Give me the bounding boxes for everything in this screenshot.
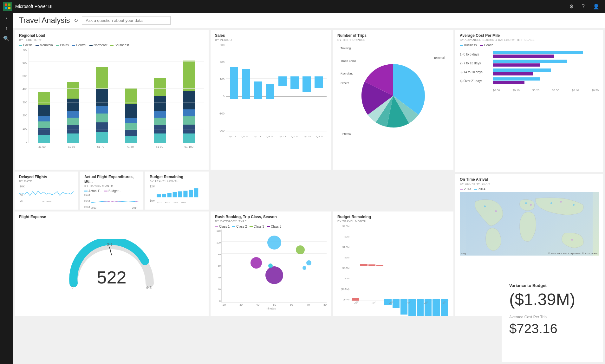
budget-remaining-big-subtitle: BY TRAVEL MONTH <box>337 220 449 223</box>
gauge-value: 522 <box>97 269 126 286</box>
legend-business: Business <box>460 43 477 47</box>
home-icon[interactable]: ↑ <box>5 25 8 31</box>
regional-load-card: Regional Load BY TERRITORY Pacific Mount… <box>15 30 209 170</box>
avg-cost-card: Average Cost Per Mile BY ADVANCED BOOKIN… <box>455 30 603 172</box>
settings-icon[interactable]: ⚙ <box>569 3 574 10</box>
regional-load-legend: Pacific Mountain Plains Central Northeas… <box>19 43 204 47</box>
on-time-title: On Time Arrival <box>460 177 599 182</box>
avg-cost-title: Average Cost Per Mile <box>460 33 599 38</box>
flight-expense-title: Flight Expense <box>19 215 204 219</box>
svg-point-11 <box>573 204 575 206</box>
svg-point-12 <box>571 239 573 241</box>
gauge-min: 0 <box>72 286 74 289</box>
svg-rect-19 <box>189 190 193 197</box>
delayed-flights-title: Delayed Flights <box>19 175 74 179</box>
budget-remaining-big-title: Budget Remaining <box>337 215 449 219</box>
budget-remaining-small-subtitle: BY TRAVEL MONTH <box>150 180 204 183</box>
legend-northeast: Northeast <box>89 43 107 47</box>
svg-point-8 <box>530 204 532 206</box>
bubble-7 <box>268 263 273 268</box>
svg-rect-16 <box>173 192 177 197</box>
profile-icon[interactable]: 👤 <box>593 3 599 10</box>
legend-pacific: Pacific <box>19 43 32 47</box>
hbar-7to13: 2) 7 to 13 days <box>460 60 599 67</box>
legend-southeast: Southeast <box>110 43 129 47</box>
sidebar: › ↑ 🔍 <box>0 13 13 364</box>
bubble-1 <box>267 236 281 250</box>
map-svg <box>460 192 599 256</box>
hbar-0to6: 1) 0 to 6 days <box>460 51 599 58</box>
help-icon[interactable]: ? <box>582 3 585 9</box>
svg-rect-3 <box>8 7 10 9</box>
search-sidebar-icon[interactable]: 🔍 <box>3 36 10 42</box>
actual-flight-card: Actual Flight Expenditures, Bu... BY TRA… <box>80 172 143 210</box>
svg-point-5 <box>484 205 486 207</box>
topbar: Microsoft Power BI ⚙ ? 👤 <box>0 0 605 13</box>
rush-booking-title: Rush Booking, Trip Class, Season <box>215 215 327 219</box>
regional-load-subtitle: BY TERRITORY <box>19 38 204 42</box>
legend-2014: 2014 <box>474 187 485 191</box>
main-content: Travel Analysis ↻ Regional Load BY TERRI… <box>13 13 605 364</box>
legend-central: Central <box>72 43 86 47</box>
svg-point-6 <box>495 210 497 212</box>
sales-title: Sales <box>215 33 327 38</box>
page-title: Travel Analysis <box>19 16 70 25</box>
num-trips-card: Number of Trips BY TRIP PURPOSE <box>333 30 453 170</box>
svg-rect-18 <box>183 191 187 198</box>
delayed-flights-card: Delayed Flights BY DATE 10K 5K 0K Ja <box>15 172 78 210</box>
legend-mountain: Mountain <box>36 43 53 47</box>
hbar-14to20: 3) 14 to 20 days <box>460 68 599 75</box>
rush-booking-subtitle: BY CATEGORY, TYPE <box>215 220 327 223</box>
svg-point-7 <box>525 202 527 204</box>
bubble-2 <box>296 245 305 254</box>
rush-booking-card: Rush Booking, Trip Class, Season BY CATE… <box>211 211 331 316</box>
delayed-flights-subtitle: BY DATE <box>19 180 74 183</box>
svg-rect-14 <box>162 194 166 197</box>
map: bing © 2014 Microsoft Corporation © 2014… <box>460 192 599 256</box>
ms-credit: © 2014 Microsoft Corporation © 2014 Noki… <box>548 252 597 255</box>
actual-flight-title: Actual Flight Expenditures, Bu... <box>84 175 139 184</box>
svg-rect-1 <box>8 3 10 6</box>
svg-rect-15 <box>167 193 172 197</box>
avg-cost-subtitle: BY ADVANCED BOOKING CATEGORY, TRIP CLASS <box>460 38 599 42</box>
pie-chart <box>352 55 434 137</box>
actual-flight-subtitle: BY TRAVEL MONTH <box>84 184 139 187</box>
budget-small-bars <box>157 185 204 202</box>
num-trips-subtitle: BY TRIP PURPOSE <box>337 38 449 42</box>
page-header: Travel Analysis ↻ <box>13 13 605 28</box>
variance-card: Variance to Budget ($1.39M) Average Cost… <box>502 257 603 362</box>
svg-rect-2 <box>5 7 7 9</box>
on-time-subtitle: BY COUNTRY, YEAR <box>460 182 599 185</box>
gauge-max: 645 <box>146 286 152 289</box>
svg-text:345: 345 <box>107 243 113 246</box>
sales-card: Sales BY PERIOD 300 200 100 0 -100 -200 <box>211 30 331 170</box>
flight-expense-card: Flight Expense 345 522 <box>15 211 209 316</box>
legend-2013: 2013 <box>460 187 471 191</box>
variance-value: ($1.39M) <box>509 290 595 309</box>
bubble-5 <box>306 260 311 265</box>
app-name: Microsoft Power BI <box>15 4 52 9</box>
bubble-6 <box>302 266 306 270</box>
refresh-icon[interactable]: ↻ <box>74 17 78 23</box>
bubble-4 <box>265 266 283 284</box>
svg-rect-13 <box>157 194 161 197</box>
sales-subtitle: BY PERIOD <box>215 38 327 42</box>
svg-rect-0 <box>5 3 7 6</box>
budget-remaining-small-title: Budget Remaining <box>150 175 204 179</box>
qa-input[interactable] <box>82 16 171 25</box>
avg-cost-label: Average Cost Per Trip <box>509 315 595 319</box>
expand-icon[interactable]: › <box>5 15 7 21</box>
bing-credit: bing <box>461 252 466 255</box>
svg-point-10 <box>560 201 562 203</box>
small-cards-row: Delayed Flights BY DATE 10K 5K 0K Ja <box>15 172 209 210</box>
svg-point-9 <box>550 202 552 204</box>
variance-title: Variance to Budget <box>509 283 595 288</box>
regional-load-title: Regional Load <box>19 33 204 38</box>
bubble-3 <box>250 257 262 269</box>
svg-rect-17 <box>178 191 182 197</box>
budget-remaining-big-card: Budget Remaining BY TRAVEL MONTH $2.5M $… <box>333 211 453 316</box>
legend-coach: Coach <box>480 43 493 47</box>
budget-remaining-small-card: Budget Remaining BY TRAVEL MONTH $2M $0M <box>145 172 209 210</box>
actual-flight-sparkline <box>91 193 139 209</box>
legend-plains: Plains <box>56 43 69 47</box>
